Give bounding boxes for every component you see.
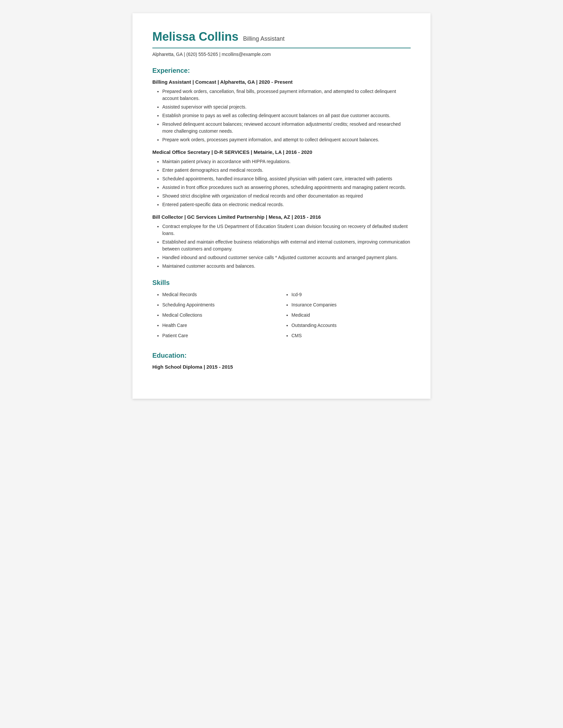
list-item: Entered patient-specific data on electro… [162, 201, 411, 208]
skills-section: Skills Medical Records Scheduling Appoin… [152, 279, 411, 342]
list-item: Prepared work orders, cancellation, fina… [162, 88, 411, 102]
list-item: Health Care [162, 322, 282, 329]
skills-grid: Medical Records Scheduling Appointments … [152, 291, 411, 342]
skills-left-col: Medical Records Scheduling Appointments … [152, 291, 282, 342]
list-item: CMS [292, 332, 411, 339]
list-item: Resolved delinquent account balances; re… [162, 121, 411, 135]
list-item: Handled inbound and outbound customer se… [162, 254, 411, 261]
job-1-bullets: Prepared work orders, cancellation, fina… [152, 88, 411, 143]
list-item: Established and maintain effective busin… [162, 239, 411, 252]
list-item: Contract employee for the US Department … [162, 223, 411, 237]
list-item: Insurance Companies [292, 301, 411, 308]
candidate-name: Melissa Collins [152, 30, 238, 44]
list-item: Assisted supervisor with special project… [162, 104, 411, 111]
list-item: Scheduling Appointments [162, 301, 282, 308]
education-heading: Education: [152, 352, 411, 359]
list-item: Establish promise to pays as well as col… [162, 112, 411, 119]
education-section: Education: High School Diploma | 2015 - … [152, 352, 411, 370]
skills-left-list: Medical Records Scheduling Appointments … [152, 291, 282, 339]
resume-header: Melissa Collins Billing Assistant Alphar… [152, 30, 411, 57]
list-item: Enter patient demographics and medical r… [162, 167, 411, 174]
list-item: Prepare work orders, processes payment i… [162, 136, 411, 143]
list-item: Medical Records [162, 291, 282, 298]
candidate-title: Billing Assistant [243, 35, 285, 42]
job-1-title: Billing Assistant | Comcast | Alpharetta… [152, 79, 411, 85]
contact-info: Alpharetta, GA | (620) 555-5265 | mcolli… [152, 52, 411, 57]
list-item: Maintain patient privacy in accordance w… [162, 158, 411, 165]
list-item: Icd-9 [292, 291, 411, 298]
experience-section: Experience: Billing Assistant | Comcast … [152, 67, 411, 270]
experience-heading: Experience: [152, 67, 411, 74]
header-divider [152, 48, 411, 48]
list-item: Assisted in front office procedures such… [162, 184, 411, 191]
job-2-title: Medical Office Secretary | D-R SERVICES … [152, 149, 411, 155]
skills-right-list: Icd-9 Insurance Companies Medicaid Outst… [282, 291, 411, 339]
job-3-title: Bill Collector | GC Services Limited Par… [152, 214, 411, 220]
list-item: Outstanding Accounts [292, 322, 411, 329]
list-item: Maintained customer accounts and balance… [162, 263, 411, 270]
resume-document: Melissa Collins Billing Assistant Alphar… [132, 13, 431, 399]
list-item: Patient Care [162, 332, 282, 339]
job-2-bullets: Maintain patient privacy in accordance w… [152, 158, 411, 208]
list-item: Showed strict discipline with organizati… [162, 193, 411, 200]
skills-right-col: Icd-9 Insurance Companies Medicaid Outst… [282, 291, 411, 342]
list-item: Scheduled appointments, handled insuranc… [162, 175, 411, 182]
job-3-bullets: Contract employee for the US Department … [152, 223, 411, 270]
job-1: Billing Assistant | Comcast | Alpharetta… [152, 79, 411, 143]
skills-heading: Skills [152, 279, 411, 287]
name-title-row: Melissa Collins Billing Assistant [152, 30, 411, 44]
list-item: Medicaid [292, 312, 411, 319]
job-3: Bill Collector | GC Services Limited Par… [152, 214, 411, 270]
list-item: Medical Collections [162, 312, 282, 319]
job-2: Medical Office Secretary | D-R SERVICES … [152, 149, 411, 208]
degree-title: High School Diploma | 2015 - 2015 [152, 364, 411, 370]
